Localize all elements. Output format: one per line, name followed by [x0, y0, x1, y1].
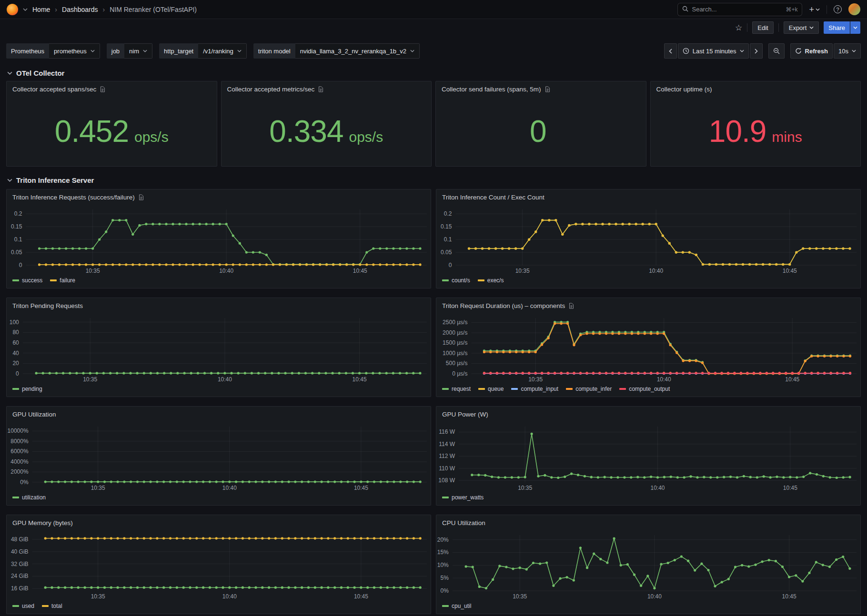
stat-value: 0.452: [55, 114, 129, 149]
help-button[interactable]: ?: [832, 5, 844, 13]
panel-title: GPU Power (W): [442, 411, 488, 418]
legend-item[interactable]: count/s: [442, 277, 470, 284]
legend-swatch-icon: [478, 279, 484, 281]
panel-header[interactable]: Triton Inference Requests (success/failu…: [7, 189, 431, 205]
edit-button[interactable]: Edit: [752, 21, 773, 34]
svg-text:10:35: 10:35: [515, 268, 530, 274]
panel-header[interactable]: Triton Request Duration (us) – component…: [436, 298, 860, 313]
grafana-logo-icon[interactable]: [7, 4, 18, 15]
svg-text:80: 80: [12, 329, 19, 336]
chart-plot[interactable]: 0%5%10%15%20%10:3510:4010:45: [436, 530, 860, 601]
svg-text:0.05: 0.05: [11, 249, 22, 256]
legend-item[interactable]: utilization: [12, 494, 46, 501]
svg-text:16 GiB: 16 GiB: [11, 585, 29, 592]
stat-unit: ops/s: [134, 129, 169, 145]
panel-info-icon[interactable]: [545, 86, 550, 92]
svg-text:10:35: 10:35: [91, 593, 105, 600]
panel-info-icon[interactable]: [100, 86, 105, 92]
svg-text:10:40: 10:40: [218, 376, 232, 383]
share-button[interactable]: Share: [824, 21, 850, 34]
panel-info-icon[interactable]: [569, 303, 574, 309]
chart-plot[interactable]: 0%2000%4000%6000%8000%10000%10:3510:4010…: [7, 422, 431, 493]
chart-legend: successfailure: [7, 276, 431, 288]
section-otel-collector[interactable]: OTel Collector: [7, 69, 861, 77]
org-switcher-chevron-icon[interactable]: [23, 8, 28, 11]
legend-item[interactable]: cpu_util: [442, 603, 471, 609]
star-button[interactable]: ☆: [735, 24, 742, 32]
zoom-out-button[interactable]: [768, 43, 785, 59]
svg-text:0%: 0%: [440, 587, 449, 594]
panel-header[interactable]: GPU Utilization: [7, 407, 431, 422]
refresh-button[interactable]: Refresh: [790, 43, 833, 59]
legend-item[interactable]: total: [42, 603, 62, 609]
legend-label: pending: [22, 386, 42, 392]
svg-text:10:45: 10:45: [353, 376, 367, 383]
legend-swatch-icon: [619, 388, 626, 390]
panel-header[interactable]: GPU Memory (bytes): [7, 515, 431, 530]
legend-item[interactable]: failure: [50, 277, 75, 284]
time-back-button[interactable]: [664, 43, 677, 59]
chart-plot[interactable]: 00.050.10.150.210:3510:4010:45: [436, 205, 860, 276]
variables: Prometheus prometheus job nim http_targe…: [6, 43, 664, 59]
panel-info-icon[interactable]: [318, 86, 323, 92]
svg-text:110 W: 110 W: [439, 465, 455, 472]
chart-plot[interactable]: 108 W110 W112 W114 W116 W10:3510:4010:45: [436, 422, 860, 493]
legend-item[interactable]: queue: [478, 386, 504, 392]
chart-plot[interactable]: 0 µs/s500 µs/s1000 µs/s1500 µs/s2000 µs/…: [436, 313, 860, 384]
breadcrumb-separator: ›: [103, 6, 105, 13]
svg-text:8000%: 8000%: [10, 438, 29, 445]
legend-item[interactable]: power_watts: [442, 494, 484, 501]
variable-value-select[interactable]: prometheus: [49, 43, 100, 59]
refresh-interval-select[interactable]: 10s: [834, 43, 861, 59]
section-triton-inference-server[interactable]: Triton Inference Server: [7, 176, 861, 184]
export-button[interactable]: Export: [784, 21, 819, 34]
breadcrumb-dashboards[interactable]: Dashboards: [62, 6, 98, 13]
panel-title: GPU Utilization: [12, 411, 56, 418]
panel-header[interactable]: Collector send failures (spans, 5m): [436, 81, 646, 97]
panel-header[interactable]: Collector uptime (s): [651, 81, 861, 97]
top-nav: Home › Dashboards › NIM Reranker (OTel/F…: [0, 0, 867, 19]
panel-header[interactable]: Collector accepted metrics/sec: [222, 81, 432, 97]
svg-text:10:40: 10:40: [219, 268, 233, 274]
svg-text:114 W: 114 W: [439, 441, 455, 447]
legend-item[interactable]: exec/s: [478, 277, 504, 284]
time-forward-button[interactable]: [750, 43, 763, 59]
legend-item[interactable]: compute_output: [619, 386, 670, 392]
legend-item[interactable]: pending: [12, 386, 42, 392]
legend-item[interactable]: compute_infer: [566, 386, 612, 392]
add-button[interactable]: +: [807, 5, 822, 14]
legend-swatch-icon: [442, 497, 449, 498]
panel-header[interactable]: GPU Power (W): [436, 407, 860, 422]
panel-header[interactable]: Collector accepted spans/sec: [7, 81, 217, 97]
legend-label: queue: [488, 386, 504, 392]
breadcrumb-separator: ›: [55, 6, 57, 13]
panel-info-icon[interactable]: [139, 194, 144, 200]
variable-value-select[interactable]: /v1/ranking: [198, 43, 247, 59]
legend-label: cpu_util: [452, 603, 471, 609]
svg-text:0: 0: [449, 262, 452, 268]
legend-item[interactable]: compute_input: [511, 386, 558, 392]
time-range-picker[interactable]: Last 15 minutes: [678, 43, 749, 59]
variable-value-select[interactable]: nim: [124, 43, 152, 59]
legend-item[interactable]: used: [12, 603, 34, 609]
search-input[interactable]: Search... ⌘+k: [677, 3, 802, 16]
svg-text:10000%: 10000%: [8, 427, 29, 434]
chart-plot[interactable]: 02040608010010:3510:4010:45: [7, 313, 431, 384]
breadcrumb-home[interactable]: Home: [32, 6, 50, 13]
svg-text:24 GiB: 24 GiB: [11, 573, 29, 579]
stat-value: 0: [530, 114, 546, 149]
chart-plot[interactable]: 00.050.10.150.210:3510:4010:45: [7, 205, 431, 276]
panel-header[interactable]: Triton Inference Count / Exec Count: [436, 189, 860, 205]
stat-unit: ops/s: [349, 129, 383, 145]
avatar[interactable]: [848, 3, 860, 15]
variable-value-select[interactable]: nvidia_llama_3_2_nv_rerankqa_1b_v2: [295, 43, 420, 59]
dashboard-toolbar: ☆ Edit Export Share: [0, 19, 867, 36]
legend-item[interactable]: request: [442, 386, 471, 392]
share-menu-button[interactable]: [850, 21, 860, 34]
panel-header[interactable]: Triton Pending Requests: [7, 298, 431, 313]
panel-header[interactable]: CPU Utilization: [436, 515, 860, 530]
chart-plot[interactable]: 16 GiB24 GiB32 GiB40 GiB48 GiB10:3510:40…: [7, 530, 431, 601]
search-placeholder: Search...: [692, 6, 782, 13]
legend-item[interactable]: success: [12, 277, 42, 284]
legend-label: used: [22, 603, 34, 609]
